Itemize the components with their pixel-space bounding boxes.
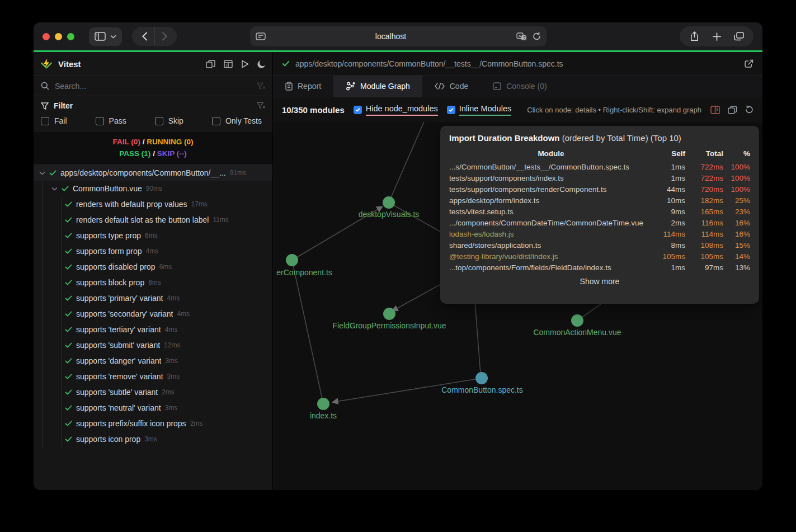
reader-icon[interactable] [256, 32, 266, 40]
test-case-row[interactable]: supports block prop6ms [34, 275, 272, 290]
test-case-row[interactable]: renders with default prop values17ms [34, 196, 272, 212]
table-row[interactable]: @testing-library/vue/dist/index.js105ms1… [449, 251, 750, 262]
dark-mode-icon[interactable] [257, 60, 266, 68]
test-file-row[interactable]: apps/desktop/components/CommonButton/__.… [34, 165, 272, 181]
search-icon [41, 82, 49, 90]
minimize-button[interactable] [55, 33, 62, 40]
test-case-row[interactable]: supports prefix/suffix icon props2ms [34, 416, 272, 431]
forward-button[interactable] [154, 27, 173, 46]
nav-buttons [132, 27, 177, 46]
fail-checkbox[interactable] [41, 117, 49, 125]
tabs-overview-icon[interactable] [729, 26, 749, 46]
node-label: index.ts [310, 411, 337, 420]
show-more-button[interactable]: Show more [449, 277, 750, 286]
search-box[interactable]: Search... [34, 76, 272, 96]
collapse-all-icon[interactable] [206, 60, 215, 68]
close-button[interactable] [43, 33, 50, 40]
book-icon[interactable] [710, 106, 720, 114]
clear-filter-icon[interactable] [257, 82, 265, 90]
checked-checkbox-icon[interactable] [447, 106, 455, 114]
pass-checkbox[interactable] [96, 117, 104, 125]
chevron-down-icon[interactable] [51, 187, 58, 191]
app-title: Vitest [58, 59, 81, 69]
only-tests-checkbox[interactable] [212, 117, 220, 125]
filter-option-fail[interactable]: Fail [41, 116, 67, 125]
table-row[interactable]: lodash-es/lodash.js114ms114ms16% [449, 228, 750, 239]
node-CommonActionMenu[interactable] [571, 314, 583, 327]
url-text[interactable]: localhost [266, 32, 516, 41]
test-case-row[interactable]: supports 'neutral' variant3ms [34, 400, 272, 416]
column-header-pct: % [723, 148, 750, 161]
test-case-row[interactable]: supports 'subtle' variant2ms [34, 384, 272, 400]
chevron-down-icon[interactable] [39, 171, 45, 175]
table-row[interactable]: .../components/CommonDateTime/CommonDate… [449, 217, 750, 228]
open-in-editor-icon[interactable] [745, 59, 753, 68]
tab-report[interactable]: Report [273, 76, 333, 97]
tab-module-graph[interactable]: Module Graph [333, 76, 422, 97]
test-case-row[interactable]: supports 'submit' variant12ms [34, 337, 272, 353]
panel-title: Import Duration Breakdown (ordered by To… [449, 133, 750, 143]
svg-text:3↓: 3↓ [225, 63, 229, 67]
sidebar-toggle-button[interactable] [89, 27, 122, 46]
node-desktopVisuals[interactable] [383, 196, 395, 209]
pass-check-icon [65, 421, 72, 426]
test-case-row[interactable]: supports 'secondary' variant4ms [34, 306, 272, 322]
test-case-row[interactable]: supports icon prop3ms [34, 431, 272, 447]
test-case-row[interactable]: renders default slot as the button label… [34, 212, 272, 228]
table-row[interactable]: tests/vitest.setup.ts9ms165ms23% [449, 206, 750, 217]
browser-window: localhost A文 [34, 22, 762, 490]
pass-check-icon [65, 233, 72, 238]
test-case-row[interactable]: supports form prop4ms [34, 243, 272, 259]
reload-icon[interactable] [533, 32, 541, 41]
run-all-icon[interactable] [241, 60, 249, 68]
filter-clear-icon[interactable] [257, 102, 265, 110]
main-panel: apps/desktop/components/CommonButton/__t… [273, 52, 762, 490]
table-row[interactable]: tests/support/components/renderComponent… [449, 183, 750, 195]
search-input[interactable]: Search... [55, 82, 251, 91]
svg-text:文: 文 [522, 35, 526, 40]
tab-console[interactable]: Console (0) [481, 76, 559, 97]
test-suite-row[interactable]: CommonButton.vue 90ms [34, 181, 272, 196]
browser-titlebar: localhost A文 [34, 22, 762, 50]
node-index[interactable] [317, 398, 329, 410]
test-case-row[interactable]: supports 'danger' variant3ms [34, 353, 272, 369]
filter-option-only-tests[interactable]: Only Tests [212, 116, 262, 125]
back-button[interactable] [135, 27, 154, 46]
test-case-row[interactable]: supports 'remove' variant3ms [34, 369, 272, 384]
maximize-button[interactable] [67, 33, 74, 40]
reset-layout-icon[interactable] [728, 106, 737, 114]
test-case-row[interactable]: supports type prop6ms [34, 228, 272, 243]
table-row[interactable]: ...top/components/Form/fields/FieldDate/… [449, 262, 750, 273]
pass-check-icon [65, 358, 72, 364]
view-tabs: Report Module Graph Code Console (0) [273, 76, 762, 97]
table-row[interactable]: tests/support/components/index.ts1ms722m… [449, 172, 750, 183]
dashboard-icon[interactable]: 3↓ [224, 60, 233, 68]
node-renderComponent[interactable] [286, 254, 298, 266]
new-tab-icon[interactable] [706, 26, 727, 46]
test-case-row[interactable]: supports disabled prop6ms [34, 259, 272, 275]
share-icon[interactable] [684, 26, 704, 46]
skip-count: SKIP (--) [157, 149, 187, 158]
test-case-row[interactable]: supports 'primary' variant4ms [34, 290, 272, 306]
pass-check-icon [65, 264, 72, 270]
node-CommonButton-spec[interactable] [475, 372, 488, 384]
table-row[interactable]: shared/stores/application.ts8ms108ms15% [449, 239, 750, 251]
module-graph-canvas[interactable]: desktopVisuals.ts erComponent.ts FieldGr… [273, 122, 762, 490]
rotate-icon[interactable] [745, 105, 753, 114]
node-label: erComponent.ts [276, 268, 332, 277]
filter-option-pass[interactable]: Pass [96, 116, 126, 125]
pass-check-icon [65, 327, 72, 332]
table-row[interactable]: ...s/CommonButton/__tests__/CommonButton… [449, 161, 750, 172]
report-icon [285, 82, 293, 91]
table-row[interactable]: apps/desktop/form/index.ts10ms182ms25% [449, 195, 750, 206]
inline-modules-toggle[interactable]: Inline Modules [447, 104, 512, 116]
hide-node-modules-toggle[interactable]: Hide node_modules [354, 104, 438, 116]
translate-icon[interactable]: A文 [516, 32, 527, 41]
checked-checkbox-icon[interactable] [354, 106, 362, 114]
skip-checkbox[interactable] [155, 117, 163, 125]
filter-option-skip[interactable]: Skip [155, 116, 183, 125]
test-case-row[interactable]: supports 'tertiary' variant4ms [34, 322, 272, 337]
tab-code[interactable]: Code [422, 76, 481, 97]
node-FieldGroupPermissionsInput[interactable] [383, 308, 395, 320]
address-bar[interactable]: localhost A文 [250, 26, 547, 46]
